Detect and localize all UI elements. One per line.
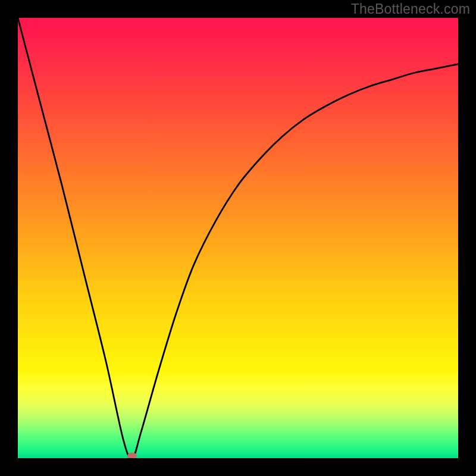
chart-container: TheBottleneck.com bbox=[0, 0, 476, 476]
optimum-point-marker bbox=[127, 453, 137, 459]
curve-svg bbox=[18, 18, 458, 458]
watermark-text: TheBottleneck.com bbox=[351, 1, 470, 17]
plot-area bbox=[18, 18, 458, 458]
bottleneck-curve bbox=[18, 18, 458, 458]
